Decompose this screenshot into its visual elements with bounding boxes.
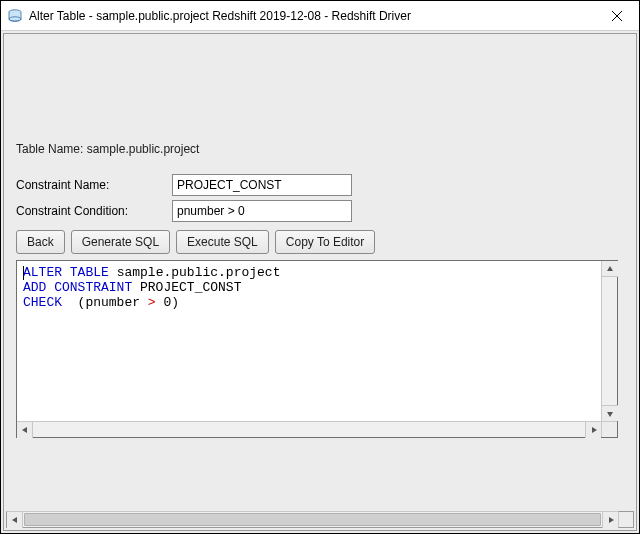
outer-scroll-left-icon[interactable]: [7, 512, 23, 528]
copy-to-editor-button[interactable]: Copy To Editor: [275, 230, 376, 254]
outer-scroll-corner: [618, 511, 634, 528]
svg-marker-8: [12, 517, 17, 523]
constraint-condition-input[interactable]: [172, 200, 352, 222]
scroll-right-icon[interactable]: [585, 422, 601, 438]
svg-marker-9: [609, 517, 614, 523]
scroll-left-icon[interactable]: [17, 422, 33, 438]
main-panel: Table Name: sample.public.project Constr…: [3, 33, 637, 531]
scroll-down-icon[interactable]: [602, 405, 618, 421]
sql-scroll-corner: [601, 421, 617, 437]
sql-open: (pnumber: [62, 295, 148, 310]
outer-scroll-thumb[interactable]: [24, 513, 601, 526]
sql-kw-add-constraint: ADD CONSTRAINT: [23, 280, 132, 295]
constraint-name-row: Constraint Name:: [16, 172, 628, 198]
sql-close: 0): [156, 295, 179, 310]
svg-marker-4: [607, 266, 613, 271]
content-area: Table Name: sample.public.project Constr…: [10, 40, 630, 508]
constraint-name-input[interactable]: [172, 174, 352, 196]
close-icon: [612, 11, 622, 21]
window-close-button[interactable]: [594, 1, 639, 31]
svg-marker-5: [607, 412, 613, 417]
sql-kw-alter-table: ALTER TABLE: [23, 265, 109, 280]
back-button[interactable]: Back: [16, 230, 65, 254]
app-icon: [7, 8, 23, 24]
button-row: Back Generate SQL Execute SQL Copy To Ed…: [16, 230, 628, 254]
outer-horizontal-scrollbar[interactable]: [6, 511, 618, 528]
svg-marker-7: [592, 427, 597, 433]
outer-scroll-right-icon[interactable]: [602, 512, 618, 528]
sql-op: >: [148, 295, 156, 310]
sql-kw-check: CHECK: [23, 295, 62, 310]
sql-target: sample.public.project: [109, 265, 281, 280]
constraint-name-label: Constraint Name:: [16, 178, 172, 192]
constraint-condition-label: Constraint Condition:: [16, 204, 172, 218]
table-name-label: Table Name: sample.public.project: [16, 142, 628, 156]
svg-marker-6: [22, 427, 27, 433]
client-area: Table Name: sample.public.project Constr…: [1, 31, 639, 533]
window-title: Alter Table - sample.public.project Reds…: [29, 9, 594, 23]
sql-constraint-name: PROJECT_CONST: [132, 280, 241, 295]
sql-text[interactable]: ALTER TABLE sample.public.project ADD CO…: [17, 261, 601, 421]
titlebar[interactable]: Alter Table - sample.public.project Reds…: [1, 1, 639, 31]
execute-sql-button[interactable]: Execute SQL: [176, 230, 269, 254]
sql-horizontal-scrollbar[interactable]: [17, 421, 601, 437]
sql-vertical-scrollbar[interactable]: [601, 261, 617, 421]
constraint-condition-row: Constraint Condition:: [16, 198, 628, 224]
scroll-up-icon[interactable]: [602, 261, 618, 277]
sql-editor[interactable]: ALTER TABLE sample.public.project ADD CO…: [16, 260, 618, 438]
generate-sql-button[interactable]: Generate SQL: [71, 230, 170, 254]
